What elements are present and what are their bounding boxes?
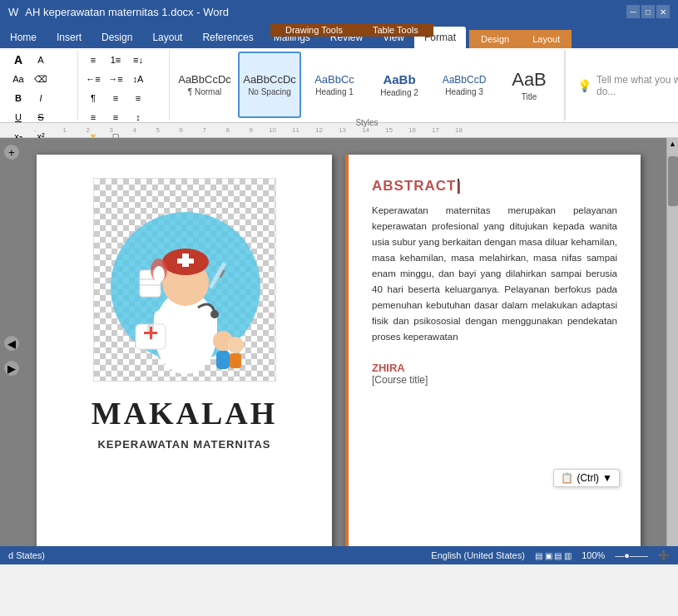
italic-button[interactable]: I [31,90,51,106]
cursor: | [458,179,459,194]
tab-references[interactable]: References [192,27,263,48]
font-group: A A Aa ⌫ B I U S x₂ x² Font [3,50,78,121]
line-spacing-button[interactable]: ↕ [128,109,148,126]
status-right: English (United States) ▤ ▣ ▤ ▥ 100% —●—… [431,550,670,561]
svg-point-14 [227,337,244,353]
maximize-button[interactable]: □ [641,5,655,18]
svg-rect-5 [177,259,194,264]
decrease-indent-button[interactable]: ←≡ [83,71,103,87]
grow-font-button[interactable]: A [8,52,28,68]
increase-indent-button[interactable]: →≡ [106,71,126,87]
view-icons: ▤ ▣ ▤ ▥ [535,551,572,560]
cover-subtitle: KEPERAWATAN MATERNITAS [97,438,270,451]
zoom-level: 100% [581,550,605,560]
tell-me-bar[interactable]: 💡 Tell me what you want to do... [565,50,678,121]
scroll-thumb[interactable] [668,156,678,206]
paragraph-group: ≡ 1≡ ≡↓ ←≡ →≡ ↕A ¶ ≡ ≡ ≡ ≡ ↕ ▼ □ Paragra… [78,50,170,121]
abstract-text: Keperawatan maternitas merupakan pelayan… [372,203,617,345]
style-heading1[interactable]: AaBbCc Heading 1 [303,52,366,118]
style-title[interactable]: AaB Title [497,52,561,118]
align-left-button[interactable]: ≡ [106,90,126,106]
svg-point-21 [210,310,219,318]
tab-home[interactable]: Home [0,27,47,48]
paste-dropdown-icon: ▼ [602,472,612,484]
tab-insert[interactable]: Insert [47,27,92,48]
style-normal[interactable]: AaBbCcDc ¶ Normal [173,52,236,118]
zoom-slider[interactable]: —●—— [615,550,648,560]
strikethrough-button[interactable]: S [31,109,51,126]
tab-design-ctx[interactable]: Design [92,27,142,48]
scroll-up-button[interactable]: ▲ [667,138,679,150]
tab-layout-ctx[interactable]: Layout [142,27,192,48]
style-no-spacing[interactable]: AaBbCcDc No Spacing [238,52,301,118]
style-heading3[interactable]: AaBbCcD Heading 3 [433,52,496,118]
app-title: AH keperawatan maternitas 1.docx - Word [25,6,229,18]
bullets-button[interactable]: ≡ [83,52,103,68]
page-abstract: ABSTRACT | Keperawatan maternitas merupa… [345,155,641,546]
tab-layout-drawing[interactable]: Layout [521,30,572,48]
drawing-tools-label: Drawing Tools [270,23,358,37]
author-course: [Course title] [372,374,617,386]
tell-me-text: Tell me what you want to do... [596,74,678,97]
sort-button[interactable]: ↕A [128,71,148,87]
paste-tooltip[interactable]: 📋 (Ctrl) ▼ [553,469,620,487]
svg-rect-15 [230,353,241,368]
style-heading2[interactable]: AaBb Heading 2 [368,52,431,118]
shrink-font-button[interactable]: A [31,52,51,68]
status-bar: d States) English (United States) ▤ ▣ ▤ … [0,546,678,564]
page-cover: MAKALAH KEPERAWATAN MATERNITAS [37,155,332,546]
tab-design-drawing[interactable]: Design [469,30,521,48]
cover-title: MAKALAH [92,395,278,431]
svg-rect-13 [216,351,230,369]
styles-group: AaBbCcDc ¶ Normal AaBbCcDc No Spacing Aa… [170,50,565,121]
underline-button[interactable]: U [8,109,28,126]
clear-format-button[interactable]: ⌫ [31,71,51,87]
paste-label: (Ctrl) [577,472,599,484]
clipboard-icon: 📋 [561,472,573,484]
align-center-button[interactable]: ≡ [128,90,148,106]
left-handle-button[interactable]: + [4,145,19,160]
title-bar: W AH keperawatan maternitas 1.docx - Wor… [0,0,678,23]
cover-illustration [93,178,276,382]
close-button[interactable]: ✕ [656,5,670,18]
left-sidebar: + ◀ ▶ [0,138,23,546]
nurse-svg [94,179,276,382]
bold-button[interactable]: B [8,90,28,106]
lightbulb-icon: 💡 [577,79,591,92]
author-section: ZHIRA [Course title] [372,362,617,386]
align-right-button[interactable]: ≡ [83,109,103,126]
show-marks-button[interactable]: ¶ [83,90,103,106]
expand-button[interactable]: ▶ [4,361,19,376]
status-left: d States) [8,550,45,560]
minimize-button[interactable]: ─ [626,5,640,18]
pages-container: MAKALAH KEPERAWATAN MATERNITAS ABSTRACT … [23,138,666,546]
justify-button[interactable]: ≡ [106,109,126,126]
zoom-out-icon[interactable]: ➕ [658,550,670,561]
vertical-scrollbar[interactable]: ▲ [666,138,678,546]
author-name: ZHIRA [372,362,617,374]
svg-rect-11 [150,327,152,339]
collapse-button[interactable]: ◀ [4,336,19,351]
word-icon: W [8,6,18,18]
svg-point-23 [153,266,165,283]
font-color-button[interactable]: Aa [8,71,28,87]
document-area: + ◀ ▶ [0,138,678,546]
language-text: English (United States) [431,550,525,560]
status-text: d States) [8,550,45,560]
numbering-button[interactable]: 1≡ [106,52,126,68]
multilevel-button[interactable]: ≡↓ [128,52,148,68]
table-tools-label: Table Tools [358,23,433,37]
abstract-heading: ABSTRACT | [372,178,617,195]
